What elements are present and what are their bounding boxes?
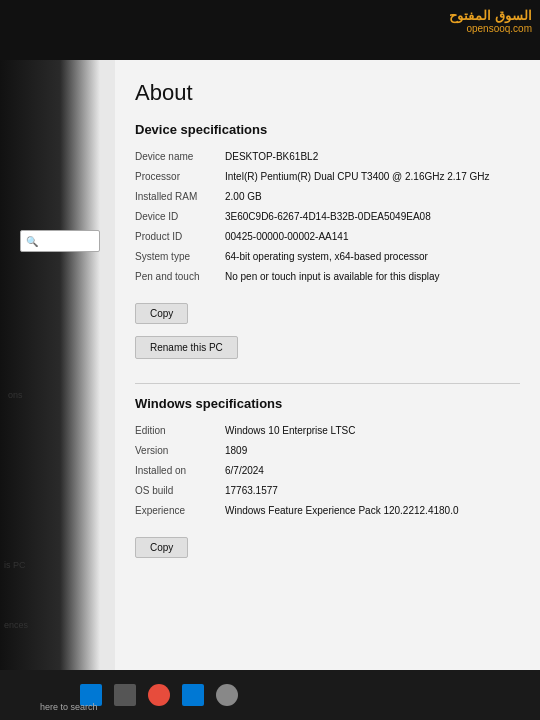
table-row: Device ID3E60C9D6-6267-4D14-B32B-0DEA504… — [135, 207, 520, 227]
spec-value: 00425-00000-00002-AA141 — [225, 227, 520, 247]
table-row: Installed RAM2.00 GB — [135, 187, 520, 207]
taskbar-search-icon[interactable] — [114, 684, 136, 706]
device-specs-table: Device nameDESKTOP-BK61BL2ProcessorIntel… — [135, 147, 520, 287]
table-row: ExperienceWindows Feature Experience Pac… — [135, 501, 520, 521]
screen-wrapper: السوق المفتوح opensooq.com ons is PC enc… — [0, 0, 540, 720]
sidebar-label-ons: ons — [8, 390, 23, 400]
table-row: Product ID00425-00000-00002-AA141 — [135, 227, 520, 247]
spec-label: Installed RAM — [135, 187, 225, 207]
spec-value: No pen or touch input is available for t… — [225, 267, 520, 287]
spec-label: Device name — [135, 147, 225, 167]
spec-label: Device ID — [135, 207, 225, 227]
spec-label: Experience — [135, 501, 225, 521]
table-row: Pen and touchNo pen or touch input is av… — [135, 267, 520, 287]
watermark: السوق المفتوح opensooq.com — [449, 8, 532, 34]
search-box[interactable]: 🔍 — [20, 230, 100, 252]
taskbar-icon-blue[interactable] — [182, 684, 204, 706]
table-row: ProcessorIntel(R) Pentium(R) Dual CPU T3… — [135, 167, 520, 187]
spec-label: Processor — [135, 167, 225, 187]
table-row: Device nameDESKTOP-BK61BL2 — [135, 147, 520, 167]
taskbar — [0, 670, 540, 720]
windows-copy-button[interactable]: Copy — [135, 537, 188, 558]
taskbar-icon-red[interactable] — [148, 684, 170, 706]
table-row: System type64-bit operating system, x64-… — [135, 247, 520, 267]
spec-label: Product ID — [135, 227, 225, 247]
sidebar-label-pc: is PC — [4, 560, 26, 570]
watermark-arabic: السوق المفتوح — [449, 8, 532, 23]
device-copy-button[interactable]: Copy — [135, 303, 188, 324]
main-content: About Device specifications Device nameD… — [115, 60, 540, 670]
page-title: About — [135, 80, 520, 106]
spec-label: Version — [135, 441, 225, 461]
taskbar-icon-gear[interactable] — [216, 684, 238, 706]
windows-specs-table: EditionWindows 10 Enterprise LTSCVersion… — [135, 421, 520, 521]
left-panel — [0, 0, 100, 720]
spec-value: 2.00 GB — [225, 187, 520, 207]
watermark-english: opensooq.com — [449, 23, 532, 34]
spec-value: DESKTOP-BK61BL2 — [225, 147, 520, 167]
spec-value: Intel(R) Pentium(R) Dual CPU T3400 @ 2.1… — [225, 167, 520, 187]
windows-specs-title: Windows specifications — [135, 396, 520, 411]
spec-value: 1809 — [225, 441, 520, 461]
spec-value: 3E60C9D6-6267-4D14-B32B-0DEA5049EA08 — [225, 207, 520, 227]
spec-label: OS build — [135, 481, 225, 501]
spec-value: 6/7/2024 — [225, 461, 520, 481]
table-row: EditionWindows 10 Enterprise LTSC — [135, 421, 520, 441]
spec-label: Edition — [135, 421, 225, 441]
spec-label: Installed on — [135, 461, 225, 481]
spec-value: 17763.1577 — [225, 481, 520, 501]
table-row: Version1809 — [135, 441, 520, 461]
table-row: OS build17763.1577 — [135, 481, 520, 501]
device-specs-title: Device specifications — [135, 122, 520, 137]
spec-value: Windows 10 Enterprise LTSC — [225, 421, 520, 441]
section-divider — [135, 383, 520, 384]
sidebar-label-ences: ences — [4, 620, 28, 630]
table-row: Installed on6/7/2024 — [135, 461, 520, 481]
rename-pc-button[interactable]: Rename this PC — [135, 336, 238, 359]
taskbar-search-label: here to search — [40, 702, 98, 712]
search-area: 🔍 — [20, 230, 110, 252]
spec-value: Windows Feature Experience Pack 120.2212… — [225, 501, 520, 521]
spec-label: System type — [135, 247, 225, 267]
search-icon: 🔍 — [26, 236, 38, 247]
spec-label: Pen and touch — [135, 267, 225, 287]
spec-value: 64-bit operating system, x64-based proce… — [225, 247, 520, 267]
